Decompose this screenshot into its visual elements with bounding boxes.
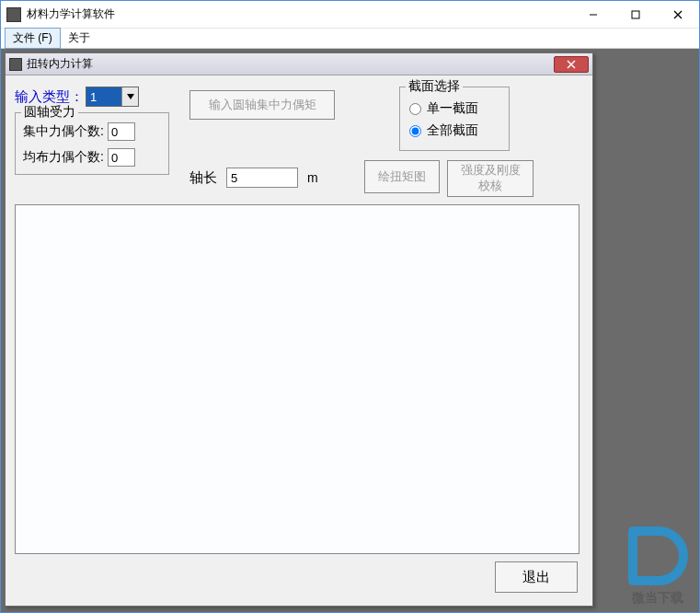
- section-select-group: 截面选择 单一截面 全部截面: [399, 87, 510, 151]
- close-button[interactable]: [657, 1, 699, 29]
- concentrated-count-input[interactable]: [108, 122, 135, 141]
- exit-button[interactable]: 退出: [495, 561, 578, 593]
- mdi-client-area: 扭转内力计算 输入类型： 1: [1, 49, 699, 612]
- section-single-label: 单一截面: [427, 100, 478, 117]
- watermark: 微当下载: [622, 524, 694, 607]
- shaft-force-group: 圆轴受力 集中力偶个数: 均布力偶个数:: [15, 112, 169, 175]
- app-icon: [6, 7, 21, 22]
- input-type-combo[interactable]: 1: [86, 87, 139, 107]
- watermark-logo-icon: [622, 524, 694, 588]
- section-all-label: 全部截面: [427, 122, 478, 139]
- maximize-button[interactable]: [614, 1, 657, 29]
- axis-unit-label: m: [307, 170, 318, 185]
- main-titlebar: 材料力学计算软件: [1, 1, 699, 29]
- input-type-label: 输入类型：: [15, 88, 84, 106]
- axis-length-row: 轴长 m: [189, 168, 318, 188]
- svg-rect-1: [632, 11, 639, 18]
- child-title: 扭转内力计算: [27, 56, 93, 72]
- plot-canvas: [15, 204, 580, 554]
- menubar: 文件 (F) 关于: [1, 29, 699, 49]
- menu-file[interactable]: 文件 (F): [5, 28, 61, 49]
- section-legend: 截面选择: [406, 78, 463, 95]
- child-close-button[interactable]: [554, 56, 589, 73]
- menu-about[interactable]: 关于: [61, 29, 98, 48]
- dropdown-arrow-icon[interactable]: [121, 87, 138, 106]
- draw-torque-button[interactable]: 绘扭矩图: [364, 160, 440, 193]
- child-titlebar: 扭转内力计算: [6, 53, 592, 75]
- shaft-force-legend: 圆轴受力: [21, 104, 78, 121]
- child-window: 扭转内力计算 输入类型： 1: [5, 52, 593, 607]
- distributed-count-input[interactable]: [108, 148, 135, 167]
- section-single-radio[interactable]: [409, 103, 421, 115]
- child-body: 输入类型： 1 圆轴受力 集中力偶个数:: [6, 75, 592, 606]
- input-moment-button[interactable]: 输入圆轴集中力偶矩: [189, 90, 335, 120]
- svg-marker-6: [127, 94, 134, 99]
- input-type-value: 1: [86, 87, 121, 106]
- axis-length-label: 轴长: [189, 169, 217, 187]
- minimize-button[interactable]: [572, 1, 614, 29]
- app-title: 材料力学计算软件: [27, 6, 115, 22]
- axis-length-input[interactable]: [226, 168, 298, 188]
- concentrated-count-label: 集中力偶个数:: [23, 123, 104, 140]
- watermark-text: 微当下载: [622, 590, 694, 607]
- distributed-count-label: 均布力偶个数:: [23, 149, 104, 166]
- window-controls: [572, 1, 699, 29]
- strength-check-button[interactable]: 强度及刚度校核: [447, 160, 534, 197]
- section-all-radio[interactable]: [409, 125, 421, 137]
- main-window: 材料力学计算软件 文件 (F) 关于 扭转内力计算: [0, 0, 700, 613]
- child-icon: [9, 58, 22, 71]
